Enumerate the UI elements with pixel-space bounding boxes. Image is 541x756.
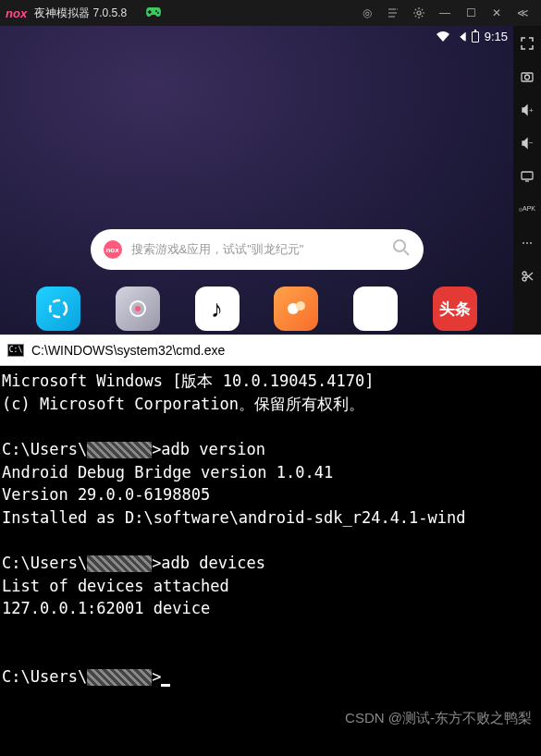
svg-point-4 [417,11,421,15]
cmd-line: (c) Microsoft Corporation。保留所有权利。 [2,395,364,413]
controller-icon[interactable] [145,6,162,21]
search-box[interactable]: nox 搜索游戏&应用，试试"驯龙纪元" [91,229,424,270]
maximize-icon[interactable]: ☐ [463,6,478,20]
svg-point-5 [394,240,405,251]
svg-text:+: + [529,106,534,115]
settings-icon[interactable] [412,6,426,20]
cmd-line: Android Debug Bridge version 1.0.41 [2,463,333,482]
app-news[interactable]: 头条 [433,287,477,331]
apk-install-icon[interactable]: APK [519,201,535,218]
app-letter: 头条 [439,299,471,320]
wifi-icon [436,31,449,43]
location-icon[interactable]: ◎ [360,6,375,20]
svg-point-3 [157,12,159,14]
more-icon[interactable]: ⋯ [519,235,535,251]
main-area: 9:15 nox 搜索游戏&应用，试试"驯龙纪元" ♪ C 头条 [0,26,541,335]
svg-point-11 [296,301,305,311]
cmd-titlebar[interactable]: C:\ C:\WINDOWS\system32\cmd.exe [0,335,541,366]
svg-line-6 [404,250,409,255]
app-dock: ♪ C 头条 [0,287,513,335]
app-cleaner[interactable] [36,287,80,331]
cmd-prompt: C:\Users\ [2,554,87,572]
svg-point-2 [155,10,157,12]
svg-point-13 [525,75,530,79]
volume-down-icon[interactable]: − [519,135,535,152]
censored-username [87,555,152,572]
minimize-icon[interactable]: — [437,6,452,20]
cmd-window: C:\ C:\WINDOWS\system32\cmd.exe Microsof… [0,335,541,736]
nox-badge-icon: nox [104,240,122,259]
app-gallery[interactable] [116,287,160,331]
emulator-titlebar: nox 夜神模拟器 7.0.5.8 ◎ — ☐ ✕ ≪ [0,0,541,26]
svg-text:−: − [529,139,534,147]
scissors-icon[interactable] [519,268,535,285]
cmd-prompt-end: > [152,667,161,686]
cmd-line: Version 29.0.0-6198805 [2,485,210,504]
app-game[interactable] [274,287,318,331]
search-icon[interactable] [392,238,411,261]
svg-point-22 [523,277,526,281]
watermark: CSDN @测试-东方不败之鸭梨 [345,708,532,728]
volume-up-icon[interactable]: + [519,102,535,118]
display-icon[interactable] [519,168,535,185]
svg-rect-16 [522,172,533,179]
svg-point-9 [135,306,141,311]
cmd-output[interactable]: Microsoft Windows [版本 10.0.19045.4170] (… [0,366,541,736]
cursor [161,684,170,687]
cmd-line: Microsoft Windows [版本 10.0.19045.4170] [2,372,374,390]
right-sidebar: + − APK ⋯ [513,26,541,335]
nox-logo: nox [6,6,27,20]
close-icon[interactable]: ✕ [489,6,504,20]
battery-icon [472,31,479,43]
censored-username [87,442,152,458]
android-statusbar: 9:15 [436,26,508,47]
cmd-line: Installed as D:\software\android-sdk_r24… [2,508,466,527]
svg-point-7 [50,300,67,317]
svg-point-21 [523,272,526,275]
collapse-icon[interactable]: ≪ [515,6,530,20]
window-title: 夜神模拟器 7.0.5.8 [34,6,127,21]
app-store[interactable]: C [353,287,398,331]
svg-rect-12 [522,73,533,81]
cmd-icon: C:\ [7,344,24,357]
cmd-line: 127.0.0.1:62001 device [2,599,210,617]
screenshot-icon[interactable] [519,68,535,85]
svg-rect-1 [148,11,152,13]
app-tiktok[interactable]: ♪ [195,287,240,331]
search-placeholder: 搜索游戏&应用，试试"驯龙纪元" [131,241,383,258]
menu-icon[interactable] [386,6,400,20]
clock: 9:15 [485,30,508,43]
fullscreen-icon[interactable] [519,35,535,52]
app-letter: C [368,297,383,321]
cmd-command: >adb devices [152,554,265,572]
signal-icon [455,32,466,42]
censored-username [87,669,152,686]
cmd-line: List of devices attached [2,577,229,595]
cmd-prompt: C:\Users\ [2,667,87,686]
cmd-command: >adb version [152,440,265,458]
cmd-prompt: C:\Users\ [2,440,87,458]
emulator-screen[interactable]: 9:15 nox 搜索游戏&应用，试试"驯龙纪元" ♪ C 头条 [0,26,513,335]
cmd-title-text: C:\WINDOWS\system32\cmd.exe [31,343,225,358]
